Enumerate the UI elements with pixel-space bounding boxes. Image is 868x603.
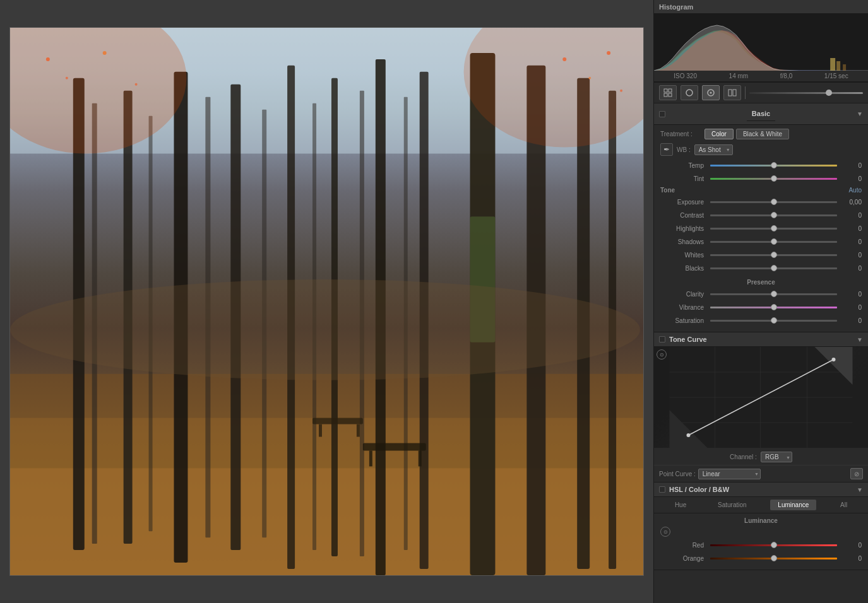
vibrance-slider-track[interactable]: [710, 307, 837, 308]
channel-label: Channel :: [730, 454, 757, 460]
contrast-slider-thumb: [771, 212, 777, 218]
tint-label: Tint: [660, 175, 708, 182]
clarity-slider-track[interactable]: [710, 293, 837, 295]
tint-slider-row: Tint 0: [660, 173, 862, 184]
temp-value: 0: [840, 162, 862, 169]
luminance-red-value: 0: [840, 542, 862, 549]
tc-target-btn[interactable]: ⊙: [657, 349, 667, 360]
luminance-orange-slider-track[interactable]: [710, 558, 837, 559]
shadows-label: Shadows: [660, 238, 708, 245]
tc-edit-btn[interactable]: ⊘: [850, 468, 863, 479]
bw-treatment-btn[interactable]: Black & White: [736, 129, 789, 139]
hsl-tab-hue[interactable]: Hue: [667, 500, 694, 510]
hsl-tab-all[interactable]: All: [833, 500, 855, 510]
luminance-target-btn[interactable]: ⊙: [660, 527, 670, 537]
point-curve-row: Point Curve : Linear Medium Contrast Str…: [654, 465, 868, 482]
shadows-slider-track[interactable]: [710, 241, 837, 243]
exposure-slider-row: Exposure 0,00: [660, 196, 862, 208]
vibrance-slider-thumb: [771, 304, 777, 310]
hsl-header[interactable]: HSL / Color / B&W ▼: [654, 483, 868, 497]
contrast-label: Contrast: [660, 212, 708, 219]
contrast-slider-row: Contrast 0: [660, 209, 862, 221]
tone-curve-graph[interactable]: [654, 347, 868, 448]
channel-select[interactable]: RGB Red Green Blue: [761, 452, 792, 462]
svg-point-51: [710, 92, 712, 94]
vibrance-label: Vibrance: [660, 304, 708, 311]
basic-panel: Basic ▼ Treatment : Color Black & White …: [654, 103, 868, 332]
brightness-slider-thumb: [826, 90, 832, 96]
svg-rect-44: [843, 64, 846, 71]
svg-point-49: [686, 90, 693, 96]
svg-rect-43: [836, 61, 840, 71]
luminance-red-slider-track[interactable]: [710, 544, 837, 546]
exif-shutter: 1/15 sec: [824, 73, 848, 79]
shadows-slider-thumb: [771, 238, 777, 245]
tone-curve-panel: Tone Curve ▼ ⊙: [654, 332, 868, 483]
blacks-value: 0: [840, 265, 862, 272]
circle-tool-btn[interactable]: [681, 85, 698, 100]
point-curve-select[interactable]: Linear Medium Contrast Strong Contrast: [698, 469, 761, 479]
blacks-slider-row: Blacks 0: [660, 262, 862, 274]
basic-collapse-icon: [659, 111, 665, 117]
brightness-slider[interactable]: [749, 92, 863, 94]
luminance-orange-label: Orange: [660, 555, 708, 562]
vibrance-value: 0: [840, 304, 862, 311]
point-curve-select-wrap: Linear Medium Contrast Strong Contrast: [698, 469, 761, 479]
photo-container: [9, 27, 644, 576]
temp-slider-row: Temp 0: [660, 160, 862, 171]
treatment-label: Treatment :: [660, 131, 705, 138]
exposure-slider-track[interactable]: [710, 201, 837, 203]
target-tool-btn[interactable]: [702, 85, 720, 100]
luminance-red-row: Red 0: [660, 539, 862, 551]
color-treatment-btn[interactable]: Color: [705, 129, 734, 139]
basic-title: Basic: [747, 107, 775, 121]
whites-value: 0: [840, 252, 862, 259]
blacks-slider-track[interactable]: [710, 267, 837, 269]
hsl-tab-luminance[interactable]: Luminance: [770, 500, 816, 510]
split-tool-btn[interactable]: [723, 85, 741, 100]
histogram-section: Histogram ◢ ◣: [654, 0, 868, 83]
saturation-slider-row: Saturation 0: [660, 315, 862, 326]
basic-panel-header[interactable]: Basic ▼: [654, 103, 868, 125]
tone-curve-header[interactable]: Tone Curve ▼: [654, 332, 868, 347]
point-curve-label: Point Curve :: [659, 471, 696, 477]
grid-tool-btn[interactable]: [659, 85, 677, 100]
luminance-header: Luminance: [660, 517, 862, 524]
histogram-title: Histogram: [659, 3, 693, 11]
channel-row: Channel : RGB Red Green Blue: [654, 449, 868, 465]
wb-picker-btn[interactable]: ✒: [660, 143, 673, 156]
highlights-slider-track[interactable]: [710, 228, 837, 230]
basic-chevron-icon: ▼: [857, 110, 863, 117]
clarity-slider-thumb: [771, 291, 777, 297]
blacks-label: Blacks: [660, 265, 708, 272]
temp-slider-track[interactable]: [710, 165, 837, 167]
wb-select[interactable]: As Shot Auto Daylight: [694, 144, 733, 155]
auto-tone-btn[interactable]: Auto: [848, 187, 862, 194]
tc-left: Tone Curve: [659, 336, 707, 343]
tint-slider-track[interactable]: [710, 178, 837, 180]
tool-separator: [745, 86, 746, 99]
temp-label: Temp: [660, 162, 708, 169]
main-area: [0, 0, 653, 603]
hsl-tab-saturation[interactable]: Saturation: [710, 500, 754, 510]
shadows-slider-row: Shadows 0: [660, 236, 862, 247]
saturation-slider-track[interactable]: [710, 320, 837, 322]
exif-aperture: f/8,0: [780, 73, 792, 79]
tint-slider-thumb: [771, 175, 777, 182]
luminance-orange-row: Orange 0: [660, 553, 862, 564]
hsl-tabs: Hue Saturation Luminance All: [654, 497, 868, 513]
luminance-section: Luminance ⊙ Red 0 Orange 0: [654, 513, 868, 570]
target-icon: [706, 88, 715, 97]
hsl-panel: HSL / Color / B&W ▼ Hue Saturation Lumin…: [654, 483, 868, 570]
histogram-canvas: ◢ ◣: [654, 14, 868, 71]
svg-rect-53: [733, 90, 736, 96]
contrast-slider-track[interactable]: [710, 214, 837, 216]
luminance-target-row: ⊙: [660, 527, 862, 537]
hsl-collapse-icon: [659, 486, 665, 493]
shadows-value: 0: [840, 238, 862, 245]
circle-icon: [685, 88, 694, 97]
whites-slider-track[interactable]: [710, 254, 837, 256]
clarity-value: 0: [840, 291, 862, 298]
wb-row: ✒ WB : As Shot Auto Daylight: [660, 143, 862, 156]
histogram-graph: [654, 14, 868, 71]
